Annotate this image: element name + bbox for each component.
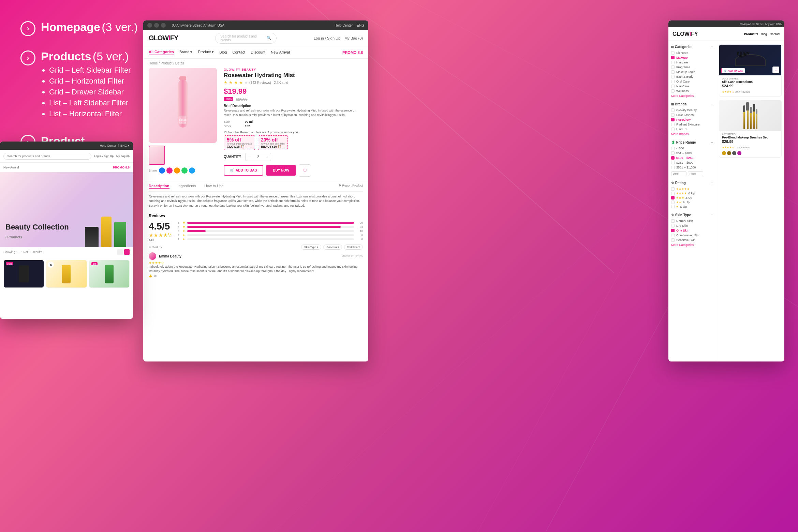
cat-nav-product[interactable]: Product ▾ xyxy=(198,50,214,55)
bag-link[interactable]: My Bag (0) xyxy=(344,36,363,40)
cat-nav-promo[interactable]: PROMO 8.8 xyxy=(342,50,363,55)
share-whatsapp[interactable] xyxy=(181,167,188,174)
right-nav-product[interactable]: Product ▾ xyxy=(744,32,758,36)
share-facebook[interactable] xyxy=(159,167,165,174)
price-501-1000[interactable]: $501 – $1,000 xyxy=(671,166,713,169)
rating-toggle[interactable]: − xyxy=(711,180,713,185)
swatch-brown[interactable] xyxy=(727,151,731,155)
cat-oral-care-checkbox[interactable] xyxy=(671,80,675,83)
cat-haircare-checkbox[interactable] xyxy=(671,61,675,64)
cat-nav-all-categories[interactable]: All Categories xyxy=(149,50,174,55)
swatch-purple[interactable] xyxy=(737,151,741,155)
rating-1star[interactable]: ★ & Up xyxy=(671,205,713,208)
skin-sensitive[interactable]: Sensitive Skin xyxy=(671,238,713,242)
cat-fragrance[interactable]: Fragrance xyxy=(671,65,713,69)
brands-toggle[interactable]: − xyxy=(711,102,713,106)
facebook-icon[interactable] xyxy=(147,23,152,28)
brand-hairlux[interactable]: HairLux xyxy=(671,128,713,131)
cat-bath-body-checkbox[interactable] xyxy=(671,75,675,78)
cat-makeup-tools-checkbox[interactable] xyxy=(671,70,675,74)
cat-nav-discount[interactable]: Discount xyxy=(251,50,265,55)
skin-normal-checkbox[interactable] xyxy=(671,219,675,223)
tab-description[interactable]: Description xyxy=(149,184,169,189)
categories-more[interactable]: More Categories xyxy=(671,94,713,98)
rating-1-checkbox[interactable] xyxy=(671,205,675,208)
skin-oily-checkbox[interactable] xyxy=(671,229,675,232)
cat-oral-care[interactable]: Oral Care xyxy=(671,80,713,83)
login-link[interactable]: Log in / Sign Up xyxy=(314,36,340,40)
homepage-icon[interactable] xyxy=(20,21,35,36)
cat-bath-body[interactable]: Bath & Body xyxy=(671,75,713,78)
price-101-250[interactable]: $101 – $250 xyxy=(671,156,713,160)
rating-4stars[interactable]: ★★★★ & Up xyxy=(671,192,713,195)
rating-4-checkbox[interactable] xyxy=(671,192,675,195)
price-toggle[interactable]: − xyxy=(711,140,713,145)
share-pinterest[interactable] xyxy=(174,167,180,174)
wishlist-button[interactable]: ♡ xyxy=(299,164,311,177)
cat-wellness[interactable]: Wellness xyxy=(671,89,713,93)
instagram-icon[interactable] xyxy=(161,23,166,28)
cat-nail-care[interactable]: Nail Care xyxy=(671,85,713,88)
cat-wellness-checkbox[interactable] xyxy=(671,89,675,93)
lw-login[interactable]: Log in / Sign Up xyxy=(94,154,114,158)
right-nav-blog[interactable]: Blog xyxy=(761,32,767,36)
cat-haircare[interactable]: Haircare xyxy=(671,61,713,64)
qty-decrease[interactable]: − xyxy=(246,153,253,161)
cat-nav-new-arrival[interactable]: New Arrival xyxy=(271,50,290,55)
brands-more[interactable]: More Brands xyxy=(671,132,713,136)
lw-search-input[interactable] xyxy=(3,153,91,160)
categories-toggle[interactable]: − xyxy=(711,44,713,49)
rating-3-checkbox[interactable] xyxy=(671,196,675,200)
search-icon[interactable]: 🔍 xyxy=(267,36,271,40)
review-helpful[interactable]: 👍 10 xyxy=(149,275,363,278)
lashes-wishlist[interactable]: ♡ xyxy=(772,66,779,73)
report-product[interactable]: ⚑ Report Product xyxy=(339,184,363,189)
cat-nail-care-checkbox[interactable] xyxy=(671,85,675,88)
rating-5-checkbox[interactable] xyxy=(671,187,675,191)
price-under50-checkbox[interactable] xyxy=(671,147,675,150)
cat-nav-contact[interactable]: Contact xyxy=(232,50,245,55)
rating-5stars[interactable]: ★★★★★ xyxy=(671,187,713,191)
right-logo[interactable]: GLOWIFY xyxy=(673,31,698,37)
skin-type-toggle[interactable]: − xyxy=(711,212,713,217)
brand-radiant[interactable]: Radiant Skincare xyxy=(671,123,713,126)
voucher-card-1[interactable]: 5% off for your entire purchase GLOW15 📋 xyxy=(224,135,255,150)
help-center-link[interactable]: Help Center xyxy=(335,24,353,27)
cat-nav-blog[interactable]: Blog xyxy=(219,50,227,55)
language-selector[interactable]: ENG xyxy=(357,24,364,27)
skin-dry[interactable]: Dry Skin xyxy=(671,224,713,227)
sort-variation[interactable]: Variation ▾ xyxy=(344,245,363,250)
swatch-gold[interactable] xyxy=(722,151,726,155)
skin-oily[interactable]: Oily Skin xyxy=(671,229,713,232)
rating-2stars[interactable]: ★★ & Up xyxy=(671,201,713,204)
cat-makeup-checkbox[interactable] xyxy=(671,56,675,59)
list-view-icon[interactable] xyxy=(117,249,123,255)
skin-combination-checkbox[interactable] xyxy=(671,234,675,237)
cat-makeup[interactable]: Makeup xyxy=(671,56,713,59)
tab-how-to-use[interactable]: How to Use xyxy=(204,184,224,189)
price-251-500-checkbox[interactable] xyxy=(671,161,675,164)
rating-3stars[interactable]: ★★★ & Up xyxy=(671,196,713,200)
sort-skin-type[interactable]: Skin Type ▾ xyxy=(301,245,321,250)
skin-normal[interactable]: Normal Skin xyxy=(671,219,713,223)
swatch-gray[interactable] xyxy=(732,151,736,155)
lashes-add-to-bag[interactable]: 🛒 ADD TO BAG xyxy=(721,68,745,73)
quantity-control[interactable]: − 2 + xyxy=(245,153,271,161)
right-nav-contact[interactable]: Contact xyxy=(770,32,780,36)
brand-pureglow-checkbox[interactable] xyxy=(671,118,675,121)
brand-glowify-checkbox[interactable] xyxy=(671,108,675,112)
cat-fragrance-checkbox[interactable] xyxy=(671,65,675,69)
cat-skincare-checkbox[interactable] xyxy=(671,51,675,55)
price-251-500[interactable]: $251 – $500 xyxy=(671,161,713,164)
rating-2-checkbox[interactable] xyxy=(671,201,675,204)
skin-combination[interactable]: Combination Skin xyxy=(671,234,713,237)
price-price-input[interactable] xyxy=(688,171,703,176)
brand-hairlux-checkbox[interactable] xyxy=(671,128,675,131)
brand-luxe-lashes[interactable]: Luxe Lashes xyxy=(671,113,713,117)
lw-promo[interactable]: PROMO 8.8 xyxy=(113,166,130,169)
cat-nav-brand[interactable]: Brand ▾ xyxy=(179,50,192,55)
brand-glowify[interactable]: Glowify Beauty xyxy=(671,108,713,112)
brand-pureglow[interactable]: PureGlow xyxy=(671,118,713,121)
brand-radiant-checkbox[interactable] xyxy=(671,123,675,126)
buy-now-button[interactable]: BUY NOW xyxy=(266,165,296,176)
